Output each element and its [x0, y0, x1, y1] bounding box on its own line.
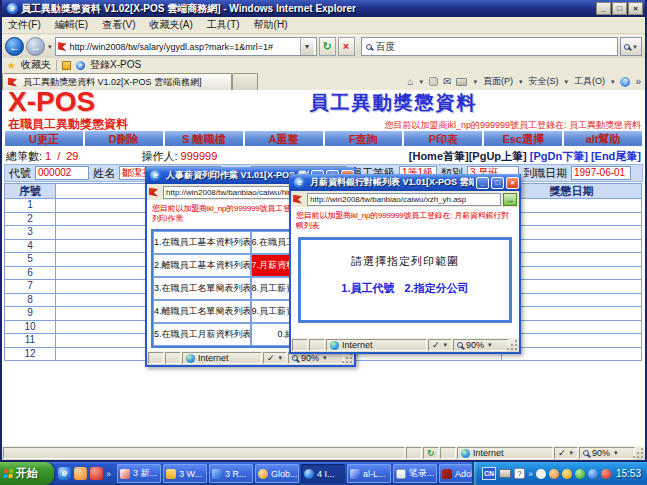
function-button[interactable]: U更正: [5, 131, 85, 146]
popup-title: 人事薪資列印作業 V1.01[X-POS 雲端商務網]: [166, 169, 309, 182]
taskbar-window-button[interactable]: al-L...: [347, 464, 391, 483]
function-button[interactable]: F查詢: [325, 131, 405, 146]
function-button[interactable]: alt幫助: [564, 131, 642, 146]
resize-grip[interactable]: [509, 338, 519, 352]
quick-launch-messenger-icon[interactable]: [90, 467, 103, 480]
print-range-option[interactable]: 2.指定分公司: [405, 281, 469, 296]
language-indicator[interactable]: CN: [482, 467, 496, 480]
overflow-chevron-icon[interactable]: »: [635, 76, 641, 87]
dropdown-icon: ▾: [569, 449, 575, 457]
add-favorite-icon[interactable]: [62, 61, 71, 70]
tray-icon-6[interactable]: [601, 469, 611, 479]
taskbar-window-button[interactable]: Glob...: [255, 464, 299, 483]
help-icon[interactable]: ?: [620, 77, 630, 87]
total-label: 總筆數:: [6, 149, 42, 164]
security-zone-panel: Internet: [182, 352, 262, 364]
menu-item[interactable]: 帮助(H): [254, 18, 288, 32]
taskbar-window-button[interactable]: 笔录...: [393, 464, 437, 483]
menu-item[interactable]: 查看(V): [102, 18, 135, 32]
search-input[interactable]: 百度: [361, 37, 618, 56]
close-button[interactable]: ×: [628, 2, 643, 15]
protected-mode-panel[interactable]: ✓ ▾: [263, 352, 287, 364]
resize-grip[interactable]: [635, 446, 645, 460]
favorites-label[interactable]: 收藏夹: [21, 58, 51, 72]
back-button[interactable]: ←: [5, 37, 24, 56]
printer-tray-icon[interactable]: [499, 469, 511, 478]
tab-row: 員工異動獎懲資料 V1.02[X-POS 雲端商務網] ⌂ ▾ ✉ ▾ 頁面(P…: [2, 72, 645, 90]
protected-mode-panel[interactable]: ✓ ▾: [428, 339, 452, 351]
print-range-option[interactable]: 1.員工代號: [341, 281, 394, 296]
stop-button[interactable]: ×: [338, 37, 355, 56]
restore-button[interactable]: □: [612, 2, 627, 15]
tray-icon-3[interactable]: [562, 469, 572, 479]
history-dropdown-icon[interactable]: ▾: [47, 43, 53, 51]
address-bar[interactable]: http://win2008/tw/salary/ygydl.asp?mark=…: [55, 37, 317, 56]
forward-button[interactable]: →: [26, 37, 45, 56]
minimize-button[interactable]: _: [596, 2, 611, 15]
taskbar-window-button[interactable]: 3 W...: [163, 464, 207, 483]
function-button[interactable]: D刪除: [85, 131, 165, 146]
mail-icon[interactable]: ✉: [443, 76, 451, 87]
menu-item[interactable]: 收藏夹(A): [149, 18, 192, 32]
address-dropdown-icon[interactable]: ▾: [300, 38, 314, 55]
page-menu[interactable]: 頁面(P): [483, 75, 513, 88]
help-tray-icon[interactable]: ?: [514, 468, 525, 479]
tray-icon-1[interactable]: [536, 469, 546, 479]
minimize-button[interactable]: _: [476, 177, 489, 189]
menu-item[interactable]: 工具(T): [207, 18, 240, 32]
search-button[interactable]: ▾: [620, 37, 642, 56]
popup-address-bar: http://win2008/tw/banbiao/caiwu/xzh_yh.a…: [291, 191, 519, 207]
print-dropdown-icon[interactable]: ▾: [472, 78, 478, 86]
menu-item[interactable]: 編輯(E): [55, 18, 88, 32]
taskbar-window-button[interactable]: Adob...: [439, 464, 472, 483]
field-value[interactable]: 000002: [35, 166, 89, 180]
function-button[interactable]: Esc選擇: [484, 131, 564, 146]
menu-item-left[interactable]: 2.離職員工基本資料列表: [153, 254, 251, 277]
zoom-control[interactable]: 90% ▾: [579, 447, 635, 459]
tray-icon-4[interactable]: [575, 469, 585, 479]
print-icon[interactable]: [456, 78, 467, 86]
menu-item[interactable]: 文件(F): [8, 18, 41, 32]
quick-launch-chevron-icon[interactable]: »: [106, 469, 111, 479]
tools-menu[interactable]: 工具(O): [574, 75, 605, 88]
refresh-button[interactable]: ↻: [319, 37, 336, 56]
clock[interactable]: 15:53: [616, 468, 641, 479]
function-button[interactable]: P印表: [404, 131, 484, 146]
site-icon: [58, 42, 67, 51]
seq-cell: 7: [4, 280, 56, 294]
popup-address-input[interactable]: http://win2008/tw/banbiao/caiwu/xzh_yh.a…: [307, 193, 501, 206]
tray-chevron-icon[interactable]: »: [528, 469, 533, 479]
safety-menu[interactable]: 安全(S): [528, 75, 558, 88]
close-button[interactable]: ×: [506, 177, 519, 189]
taskbar-window-button[interactable]: 3 新...: [117, 464, 161, 483]
menu-item-left[interactable]: 5.在職員工月薪資料列表: [153, 323, 251, 346]
menu-item-left[interactable]: 3.在職員工名單簡表列表: [153, 277, 251, 300]
home-dropdown-icon[interactable]: ▾: [418, 78, 424, 86]
popup-url: http://win2008/tw/banbiao/caiwu/xzh_yh.a…: [310, 195, 466, 204]
menu-item-left[interactable]: 1.在職員工基本資料列表: [153, 231, 251, 254]
zoom-dropdown-icon: ▾: [487, 341, 493, 349]
home-icon[interactable]: ⌂: [407, 76, 413, 87]
taskbar-window-button[interactable]: 4 I...: [301, 464, 345, 483]
favorites-link[interactable]: 登錄X-POS: [90, 58, 141, 72]
quick-launch-qq-icon[interactable]: [74, 467, 87, 480]
function-button[interactable]: S 離職檔: [165, 131, 245, 146]
protected-mode-panel[interactable]: ✓ ▾: [554, 447, 578, 459]
feeds-icon[interactable]: [429, 77, 438, 86]
tray-icon-5[interactable]: [588, 469, 598, 479]
tray-icon-2[interactable]: [549, 469, 559, 479]
site-icon: [293, 195, 302, 204]
site-icon: [149, 188, 158, 197]
quick-launch-ie-icon[interactable]: e: [58, 467, 71, 480]
menu-item-left[interactable]: 4.離職員工名單簡表列表: [153, 300, 251, 323]
go-button[interactable]: →: [503, 193, 517, 206]
function-button[interactable]: A重整: [245, 131, 325, 146]
field-value[interactable]: 1997-06-01: [571, 166, 631, 180]
seq-cell: 6: [4, 267, 56, 281]
maximize-button[interactable]: □: [491, 177, 504, 189]
new-tab-button[interactable]: [232, 73, 258, 90]
zoom-control[interactable]: 90% ▾: [453, 339, 509, 351]
start-button[interactable]: 开始: [0, 462, 54, 485]
tab-active[interactable]: 員工異動獎懲資料 V1.02[X-POS 雲端商務網]: [2, 73, 232, 90]
taskbar-window-button[interactable]: 3 R...: [209, 464, 253, 483]
